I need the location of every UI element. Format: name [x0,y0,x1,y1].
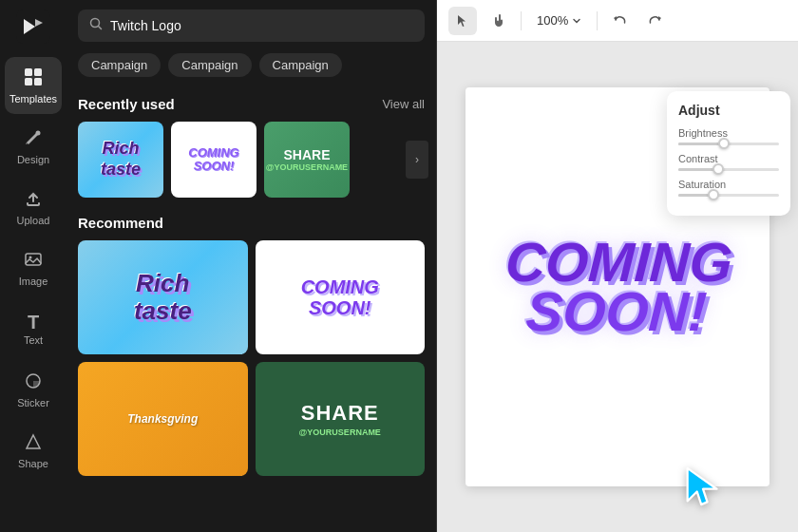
brightness-control: Brightness [678,127,779,145]
canvas-area: 100% COMING SOON! [437,0,798,532]
svg-rect-3 [25,78,32,86]
sidebar-item-upload[interactable]: Upload [5,179,62,236]
select-tool-button[interactable] [448,7,477,35]
adjust-panel: Adjust Brightness Contrast Saturation [667,91,790,216]
templates-icon [23,66,44,90]
recently-used-title: Recently used [78,96,175,112]
filter-tag-1[interactable]: Campaign [168,53,251,77]
canvas-main-text: COMING SOON! [502,238,733,336]
recommend-header: Recommend [78,215,425,231]
svg-point-5 [36,131,41,136]
recommend-card-rich-taste[interactable]: Rich taste [78,240,248,354]
canvas-toolbar: 100% [437,0,798,42]
share-text-large: SHARE [301,401,379,426]
filter-tag-0[interactable]: Campaign [78,53,161,77]
svg-rect-1 [25,68,32,76]
sidebar-item-text[interactable]: T Text [5,300,62,357]
contrast-label: Contrast [678,153,779,164]
upload-icon [23,188,44,212]
brightness-label: Brightness [678,127,779,139]
saturation-slider[interactable] [678,194,779,197]
zoom-value: 100% [537,13,568,28]
toolbar-divider [521,11,522,30]
brightness-slider[interactable] [678,142,779,145]
recently-used-next-arrow[interactable]: › [406,141,428,179]
app-logo [14,8,52,46]
canvas-text-line2: SOON! [502,287,731,336]
recommend-card-thanksgiving[interactable]: Thanksgving [78,362,248,476]
rich-taste-text-rec: Rich taste [134,270,192,324]
share-text-recent: SHARE @YOURUSERNAME [266,147,348,172]
sidebar: Templates Design Upload [0,0,66,532]
zoom-control[interactable]: 100% [529,10,589,31]
canvas-content: COMING SOON! Adjust Brightness Contrast [437,42,798,532]
redo-button[interactable] [641,7,670,35]
contrast-control: Contrast [678,153,779,171]
coming-soon-text-rec: COMING SOON! [301,276,379,318]
saturation-control: Saturation [678,179,779,197]
text-icon: T [28,313,39,332]
sidebar-item-upload-label: Upload [17,215,50,226]
recommend-card-coming-soon[interactable]: COMING SOON! [256,240,426,354]
rich-taste-text-recent: Rich taste [101,139,141,180]
templates-panel: Campaign Campaign Campaign Recently used… [66,0,437,532]
filter-tags: Campaign Campaign Campaign [66,49,436,85]
recent-card-coming-soon[interactable]: COMING SOON! [171,122,256,198]
sticker-icon [23,370,44,394]
recommend-card-share[interactable]: SHARE @YOURUSERNAME [256,362,426,476]
filter-tag-2[interactable]: Campaign [259,53,342,77]
search-input[interactable] [110,18,413,33]
share-username: @YOURUSERNAME [299,428,381,437]
recommend-grid: Rich taste COMING SOON! Thanksgving [78,240,425,476]
hand-tool-button[interactable] [484,7,513,35]
templates-scroll: Recently used View all Rich taste COMING… [66,85,436,532]
sidebar-item-templates-label: Templates [10,93,57,104]
svg-rect-4 [34,78,42,86]
undo-button[interactable] [605,7,634,35]
sidebar-item-design-label: Design [17,154,49,165]
search-bar [66,0,436,49]
sidebar-item-sticker-label: Sticker [17,397,49,408]
svg-rect-2 [34,68,42,76]
shape-icon [23,431,44,455]
recent-card-rich-taste[interactable]: Rich taste [78,122,163,198]
saturation-label: Saturation [678,179,779,190]
image-icon [23,249,44,273]
sidebar-item-sticker[interactable]: Sticker [5,361,62,418]
contrast-slider[interactable] [678,168,779,171]
design-icon [23,127,44,151]
view-all-button[interactable]: View all [382,97,425,111]
recommend-title: Recommend [78,215,163,231]
cursor-pointer [684,464,722,513]
coming-soon-text-recent: COMING SOON! [188,146,238,174]
sidebar-item-image[interactable]: Image [5,239,62,296]
sidebar-item-text-label: Text [24,334,43,346]
sidebar-item-shape[interactable]: Shape [5,422,62,479]
thanksgiving-text-rec: Thanksgving [127,412,198,426]
adjust-title: Adjust [678,103,779,118]
recently-used-grid: Rich taste COMING SOON! SHARE @YOURUSERN… [78,122,425,198]
search-icon [89,17,103,34]
sidebar-item-shape-label: Shape [18,458,48,469]
recently-used-header: Recently used View all [78,96,425,112]
recent-card-share[interactable]: SHARE @YOURUSERNAME [264,122,350,198]
toolbar-divider-2 [597,11,598,30]
sidebar-item-design[interactable]: Design [5,118,62,175]
sidebar-item-image-label: Image [19,276,48,287]
sidebar-item-templates[interactable]: Templates [5,57,62,114]
search-wrapper[interactable] [78,10,425,42]
